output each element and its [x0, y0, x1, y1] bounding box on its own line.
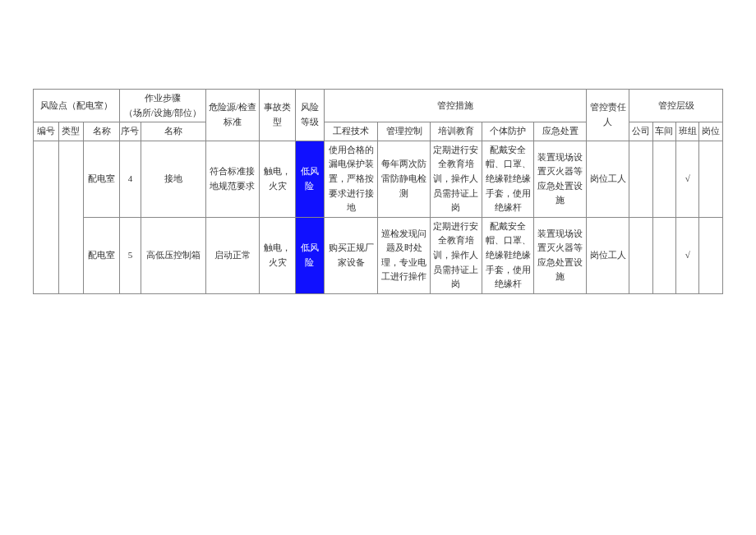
cell-post	[699, 141, 723, 217]
cell-training: 定期进行安全教育培训，操作人员需持证上岗	[430, 141, 482, 217]
cell-type	[58, 141, 84, 293]
cell-risk-level: 低风险	[295, 217, 324, 293]
header-emergency: 应急处置	[534, 122, 586, 141]
header-seq: 序号	[119, 122, 141, 141]
header-type: 类型	[58, 122, 84, 141]
cell-training: 定期进行安全教育培训，操作人员需持证上岗	[430, 217, 482, 293]
table-row: 配电室 5 高低压控制箱 启动正常 触电，火灾 低风险 购买正规厂家设备 巡检发…	[34, 217, 723, 293]
cell-accident-type: 触电，火灾	[260, 217, 296, 293]
cell-management: 巡检发现问题及时处理，专业电工进行操作	[378, 217, 430, 293]
header-name: 名称	[84, 122, 120, 141]
cell-emergency: 装置现场设置灭火器等应急处置设施	[534, 217, 586, 293]
header-risk-level: 风险等级	[295, 90, 324, 141]
cell-risk-level: 低风险	[295, 141, 324, 217]
header-team: 班组	[676, 122, 699, 141]
header-company: 公司	[629, 122, 652, 141]
cell-ppe: 配戴安全帽、口罩、绝缘鞋绝缘手套，使用绝缘杆	[482, 217, 534, 293]
header-accident-type: 事故类型	[260, 90, 296, 141]
cell-name: 配电室	[84, 217, 120, 293]
header-step-name: 名称	[141, 122, 206, 141]
cell-post	[699, 217, 723, 293]
cell-emergency: 装置现场设置灭火器等应急处置设施	[534, 141, 586, 217]
header-no: 编号	[34, 122, 59, 141]
cell-step-name: 高低压控制箱	[141, 217, 206, 293]
cell-no	[34, 141, 59, 293]
cell-accident-type: 触电，火灾	[260, 141, 296, 217]
cell-hazard-std: 符合标准接地规范要求	[205, 141, 260, 217]
cell-team: √	[676, 217, 699, 293]
header-risk-point: 风险点（配电室）	[34, 90, 120, 122]
cell-engineering: 使用合格的漏电保护装置，严格按要求进行接地	[324, 141, 378, 217]
header-responsible: 管控责任人	[586, 90, 629, 141]
header-ppe: 个体防护	[482, 122, 534, 141]
cell-seq: 5	[119, 217, 141, 293]
cell-name: 配电室	[84, 141, 120, 217]
header-workshop: 车间	[652, 122, 675, 141]
cell-seq: 4	[119, 141, 141, 217]
header-training: 培训教育	[430, 122, 482, 141]
cell-company	[629, 141, 652, 217]
cell-workshop	[652, 141, 675, 217]
cell-responsible: 岗位工人	[586, 217, 629, 293]
cell-company	[629, 217, 652, 293]
header-work-steps: 作业步骤 （场所/设施/部位）	[119, 90, 205, 122]
header-engineering: 工程技术	[324, 122, 378, 141]
risk-assessment-table: 风险点（配电室） 作业步骤 （场所/设施/部位） 危险源/检查标准 事故类型 风…	[33, 89, 723, 294]
header-post: 岗位	[699, 122, 723, 141]
cell-ppe: 配戴安全帽、口罩、绝缘鞋绝缘手套，使用绝缘杆	[482, 141, 534, 217]
cell-workshop	[652, 217, 675, 293]
cell-step-name: 接地	[141, 141, 206, 217]
cell-team: √	[676, 141, 699, 217]
header-control-levels: 管控层级	[629, 90, 723, 122]
header-control-measures: 管控措施	[324, 90, 586, 122]
header-hazard-std: 危险源/检查标准	[205, 90, 260, 141]
cell-hazard-std: 启动正常	[205, 217, 260, 293]
table-row: 配电室 4 接地 符合标准接地规范要求 触电，火灾 低风险 使用合格的漏电保护装…	[34, 141, 723, 217]
cell-engineering: 购买正规厂家设备	[324, 217, 378, 293]
cell-responsible: 岗位工人	[586, 141, 629, 217]
header-management: 管理控制	[378, 122, 430, 141]
cell-management: 每年两次防雷防静电检测	[378, 141, 430, 217]
